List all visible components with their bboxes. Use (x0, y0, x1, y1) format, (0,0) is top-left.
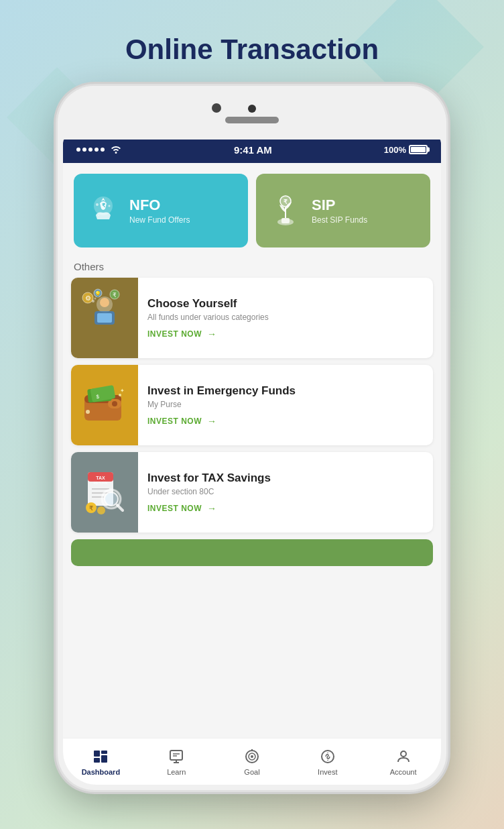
svg-text:₹: ₹ (89, 505, 93, 512)
svg-text:💡: 💡 (94, 290, 101, 297)
choose-yourself-image: ⚙ 💡 ₹ (71, 278, 138, 358)
choose-yourself-title: Choose Yourself (147, 297, 424, 311)
svg-text:⚙: ⚙ (85, 294, 91, 302)
arrow-right-icon-3: → (207, 503, 217, 514)
nav-item-dashboard[interactable]: Dashboard (63, 748, 139, 776)
sip-card-text: SIP Best SIP Funds (312, 197, 367, 225)
signal-dot-5 (101, 148, 105, 152)
bottom-nav: Dashboard Learn (63, 738, 441, 785)
svg-point-29 (86, 410, 90, 414)
svg-point-30 (119, 394, 121, 396)
dashboard-icon (92, 748, 109, 765)
invest-label: Invest (318, 768, 337, 776)
emergency-funds-cta[interactable]: INVEST NOW → (147, 416, 424, 427)
list-item-emergency-funds[interactable]: $ ✦ Invest in Emergency Funds My Purse I… (71, 365, 433, 445)
tax-savings-content: Invest for TAX Savings Under section 80C… (138, 452, 433, 533)
status-left (76, 144, 122, 156)
nfo-title: NFO (129, 197, 190, 214)
top-cards-container: ₹ NFO New Fund Offers (63, 163, 441, 253)
svg-rect-13 (97, 313, 112, 323)
dashboard-label: Dashboard (82, 768, 120, 776)
svg-text:₹: ₹ (284, 199, 288, 205)
arrow-right-icon-1: → (207, 329, 217, 339)
phone-screen: 9:41 AM 100% (63, 136, 441, 785)
tax-savings-subtitle: Under section 80C (147, 487, 424, 496)
front-camera-icon (212, 103, 221, 113)
signal-dots (76, 148, 105, 152)
goal-icon (243, 748, 261, 765)
screen-content[interactable]: ₹ NFO New Fund Offers (63, 163, 441, 785)
nfo-icon: ₹ (84, 192, 121, 229)
wifi-icon (110, 144, 122, 156)
sip-card[interactable]: ₹ SIP Best SIP Funds (256, 174, 430, 247)
status-right: 100% (384, 145, 428, 155)
nfo-card[interactable]: ₹ NFO New Fund Offers (74, 174, 248, 247)
signal-dot-4 (94, 148, 99, 152)
svg-point-21 (94, 298, 97, 300)
svg-point-4 (98, 215, 99, 216)
page-title: Online Transaction (125, 34, 379, 66)
sip-icon: ₹ (267, 192, 304, 229)
svg-point-40 (105, 492, 118, 506)
svg-rect-48 (101, 755, 107, 763)
signal-dot-3 (88, 148, 92, 152)
learn-icon (168, 748, 185, 765)
emergency-funds-image: $ ✦ (71, 365, 138, 445)
nav-item-goal[interactable]: Goal (214, 748, 290, 776)
svg-point-3 (108, 205, 110, 207)
list-item-choose-yourself[interactable]: ⚙ 💡 ₹ Choose Yourself All funds under va… (71, 278, 433, 358)
emergency-funds-title: Invest in Emergency Funds (147, 384, 424, 398)
nfo-subtitle: New Fund Offers (129, 215, 190, 225)
signal-dot-2 (82, 148, 86, 152)
list-item-tax-savings[interactable]: TAX RETURN ₹ (71, 452, 433, 533)
sip-title: SIP (312, 197, 367, 214)
nav-item-account[interactable]: Account (365, 748, 441, 776)
choose-yourself-content: Choose Yourself All funds under various … (138, 278, 433, 358)
svg-text:TAX: TAX (96, 476, 105, 480)
nfo-card-text: NFO New Fund Offers (129, 197, 190, 225)
svg-rect-45 (94, 751, 100, 757)
others-label: Others (63, 253, 441, 278)
goal-label: Goal (244, 768, 259, 776)
svg-rect-46 (101, 751, 107, 754)
battery-fill (411, 147, 426, 152)
svg-point-11 (100, 298, 109, 307)
learn-label: Learn (167, 768, 186, 776)
emergency-funds-subtitle: My Purse (147, 400, 424, 409)
arrow-right-icon-2: → (207, 416, 217, 427)
svg-rect-47 (94, 758, 100, 763)
partial-card (71, 539, 433, 566)
sip-subtitle: Best SIP Funds (312, 215, 367, 225)
battery-text: 100% (384, 145, 406, 155)
nav-item-learn[interactable]: Learn (139, 748, 214, 776)
nav-item-invest[interactable]: Invest (290, 748, 365, 776)
svg-rect-49 (170, 751, 182, 760)
speaker-grill (225, 117, 279, 123)
battery-icon (409, 145, 428, 154)
camera-dot (248, 105, 256, 113)
svg-point-2 (96, 203, 99, 206)
svg-point-56 (251, 755, 253, 758)
svg-text:✦: ✦ (120, 388, 125, 394)
status-time: 9:41 AM (234, 144, 272, 156)
svg-point-25 (112, 401, 117, 406)
choose-yourself-cta[interactable]: INVEST NOW → (147, 329, 424, 339)
svg-text:RETURN: RETURN (94, 481, 108, 485)
svg-point-44 (97, 506, 105, 514)
account-label: Account (390, 768, 417, 776)
phone-frame: 9:41 AM 100% (58, 86, 446, 790)
account-icon (395, 748, 412, 765)
choose-yourself-subtitle: All funds under various categories (147, 313, 424, 322)
svg-point-61 (401, 751, 406, 757)
emergency-funds-content: Invest in Emergency Funds My Purse INVES… (138, 365, 433, 445)
tax-savings-title: Invest for TAX Savings (147, 472, 424, 485)
invest-icon (319, 748, 336, 765)
status-bar: 9:41 AM 100% (63, 136, 441, 163)
tax-savings-image: TAX RETURN ₹ (71, 452, 138, 533)
tax-savings-cta[interactable]: INVEST NOW → (147, 503, 424, 514)
svg-point-20 (92, 300, 94, 302)
phone-top (58, 86, 446, 140)
svg-line-41 (117, 505, 123, 510)
svg-text:₹: ₹ (113, 292, 117, 298)
svg-rect-6 (281, 218, 290, 223)
